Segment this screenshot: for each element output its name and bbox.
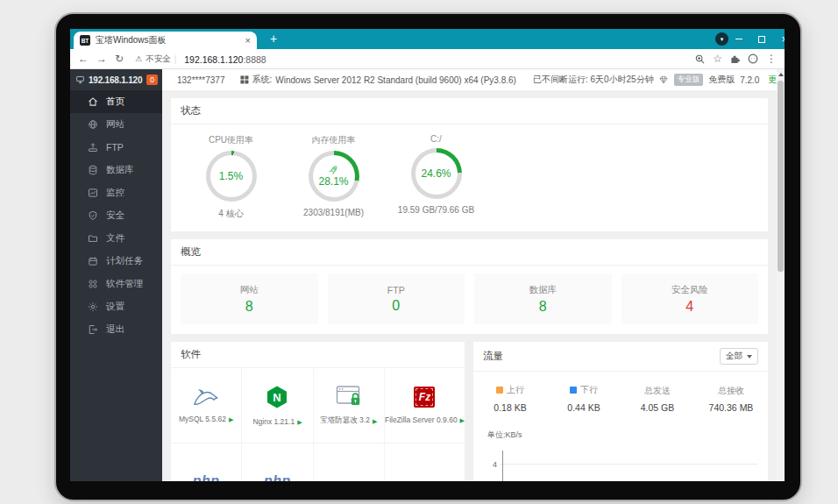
overview-box-database[interactable]: 数据库 8 bbox=[474, 273, 612, 324]
page-scrollbar[interactable] bbox=[777, 69, 785, 481]
browser-profile-button[interactable]: ▾ bbox=[715, 32, 728, 46]
minimize-button[interactable] bbox=[729, 29, 749, 49]
sidebar-item-label: 数据库 bbox=[106, 164, 134, 176]
software-item-php-2[interactable]: php bbox=[242, 444, 313, 481]
update-link[interactable]: 更新 bbox=[768, 74, 777, 86]
software-item-filezilla[interactable]: Fz FileZilla Server 0.9.60▶ bbox=[385, 368, 465, 444]
bt-favicon-icon: BT bbox=[80, 35, 90, 46]
bookmark-star-icon[interactable]: ☆ bbox=[713, 53, 722, 64]
software-item-tamper-proof[interactable]: 宝塔防篡改 3.2▶ bbox=[314, 368, 385, 444]
gauge-label: CPU使用率 bbox=[180, 134, 282, 146]
traffic-stat-down: 下行 0.44 KB bbox=[547, 381, 621, 413]
stat-value: 0.44 KB bbox=[547, 402, 621, 413]
panel-version: 7.2.0 bbox=[740, 75, 759, 85]
software-panel-title: 软件 bbox=[171, 342, 465, 368]
traffic-stat-up: 上行 0.18 KB bbox=[473, 381, 547, 413]
sidebar-item-logout[interactable]: 退出 bbox=[70, 318, 162, 341]
chart-plot-area: 4 3 bbox=[487, 448, 757, 481]
logout-icon bbox=[88, 324, 98, 335]
profile-avatar-icon[interactable] bbox=[748, 53, 758, 64]
sidebar-server-header: 192.168.1.120 0 bbox=[70, 69, 162, 90]
scrollbar-up-arrow[interactable] bbox=[778, 73, 784, 76]
pro-version-badge[interactable]: 专业版 bbox=[674, 74, 704, 86]
stat-value: 0.18 KB bbox=[473, 402, 547, 413]
traffic-panel: 流量 全部 上行 0.18 KB 下行 0.44 KB bbox=[473, 342, 768, 481]
security-label: 不安全 bbox=[146, 53, 171, 65]
site-info-button[interactable]: ⚠ 不安全 | bbox=[135, 53, 176, 65]
software-panel: 软件 MySQL 5.5.62▶ N bbox=[171, 342, 465, 481]
window-close-button[interactable]: × bbox=[775, 29, 785, 49]
tab-close-icon[interactable]: × bbox=[245, 35, 251, 46]
url-port: :8888 bbox=[243, 54, 266, 65]
overview-box-ftp[interactable]: FTP 0 bbox=[328, 273, 465, 324]
sidebar-item-settings[interactable]: 设置 bbox=[70, 295, 162, 318]
overview-value: 4 bbox=[685, 299, 693, 315]
apps-grid-icon bbox=[88, 279, 98, 289]
gauge-value: 1.5% bbox=[219, 170, 243, 182]
memory-gauge: 内存使用率 28.1% 2303/8191(MB) bbox=[282, 134, 385, 220]
sidebar-item-software[interactable]: 软件管理 bbox=[70, 273, 162, 295]
gauge-subtext: 19.59 GB/79.66 GB bbox=[385, 205, 487, 215]
monitor-frame: BT 宝塔Windows面板 × + ▾ × ← → ↻ ⚠ 不安全 | 192… bbox=[54, 12, 802, 501]
stat-label: 下行 bbox=[580, 384, 598, 396]
message-badge[interactable]: 0 bbox=[146, 75, 158, 85]
url-text[interactable]: 192.168.1.120:8888 bbox=[184, 51, 266, 67]
maximize-icon bbox=[758, 36, 765, 43]
sidebar-item-security[interactable]: 安全 bbox=[70, 204, 162, 227]
sidebar-item-home[interactable]: 首页 bbox=[70, 90, 162, 113]
maximize-button[interactable] bbox=[752, 29, 771, 49]
overview-value: 0 bbox=[392, 298, 400, 314]
forward-button[interactable]: → bbox=[96, 53, 107, 64]
new-tab-button[interactable]: + bbox=[266, 32, 281, 46]
folder-icon bbox=[88, 233, 98, 244]
overview-box-risk[interactable]: 安全风险 4 bbox=[621, 273, 759, 324]
user-name[interactable]: 132****7377 bbox=[177, 75, 225, 85]
sidebar-item-website[interactable]: 网站 bbox=[70, 113, 162, 136]
sidebar-item-cron[interactable]: 计划任务 bbox=[70, 250, 162, 273]
system-info: Windows Server 2012 R2 Standard (build 9… bbox=[275, 75, 516, 85]
sidebar-item-monitor[interactable]: 监控 bbox=[70, 181, 162, 204]
extensions-puzzle-icon[interactable] bbox=[730, 54, 740, 64]
traffic-stat-received: 总接收 740.36 MB bbox=[694, 381, 768, 413]
chart-unit-label: 单位:KB/s bbox=[487, 429, 757, 441]
sidebar-item-files[interactable]: 文件 bbox=[70, 227, 162, 250]
scrollbar-thumb[interactable] bbox=[778, 81, 784, 272]
software-item-php-1[interactable]: php bbox=[171, 444, 242, 481]
software-label: Nginx 1.21.1 bbox=[252, 417, 295, 426]
database-icon bbox=[88, 165, 98, 175]
software-item-nginx[interactable]: N Nginx 1.21.1▶ bbox=[242, 368, 313, 444]
software-item-empty-2 bbox=[385, 444, 465, 481]
sidebar-item-ftp[interactable]: FTP bbox=[70, 136, 162, 159]
browser-tab[interactable]: BT 宝塔Windows面板 × bbox=[74, 32, 257, 49]
rocket-icon[interactable] bbox=[329, 165, 338, 174]
minimize-icon bbox=[735, 39, 742, 39]
back-button[interactable]: ← bbox=[78, 53, 89, 64]
traffic-chart: 单位:KB/s 4 3 bbox=[473, 416, 768, 481]
chart-y-axis bbox=[502, 451, 503, 481]
gear-icon bbox=[88, 302, 98, 312]
reload-button[interactable]: ↻ bbox=[115, 53, 124, 64]
gauge-label: C:/ bbox=[385, 134, 487, 144]
globe-icon bbox=[88, 119, 98, 130]
sidebar-item-database[interactable]: 数据库 bbox=[70, 159, 162, 181]
php-logo-icon: php bbox=[264, 473, 291, 482]
warning-icon: ⚠ bbox=[135, 54, 142, 63]
browser-menu-icon[interactable]: ⋮ bbox=[766, 53, 777, 64]
main-content: 132****7377 系统: Windows Server 2012 R2 S… bbox=[162, 69, 777, 481]
top-info-bar: 132****7377 系统: Windows Server 2012 R2 S… bbox=[162, 69, 777, 90]
zoom-icon[interactable] bbox=[695, 54, 705, 64]
browser-tabstrip: BT 宝塔Windows面板 × + ▾ × bbox=[70, 29, 785, 49]
overview-label: 数据库 bbox=[529, 284, 557, 296]
running-play-icon: ▶ bbox=[297, 419, 302, 425]
software-item-empty-1 bbox=[314, 444, 385, 481]
server-monitor-icon bbox=[76, 75, 85, 85]
sidebar-item-label: 文件 bbox=[106, 232, 124, 245]
overview-box-website[interactable]: 网站 8 bbox=[181, 273, 318, 324]
shield-icon bbox=[88, 210, 98, 221]
browser-window: BT 宝塔Windows面板 × + ▾ × ← → ↻ ⚠ 不安全 | 192… bbox=[70, 29, 785, 481]
software-label: MySQL 5.5.62 bbox=[179, 415, 226, 423]
memory-donut-chart: 28.1% bbox=[309, 151, 359, 202]
software-item-mysql[interactable]: MySQL 5.5.62▶ bbox=[171, 368, 242, 444]
sidebar-item-label: 计划任务 bbox=[106, 255, 143, 267]
traffic-filter-select[interactable]: 全部 bbox=[720, 348, 758, 365]
